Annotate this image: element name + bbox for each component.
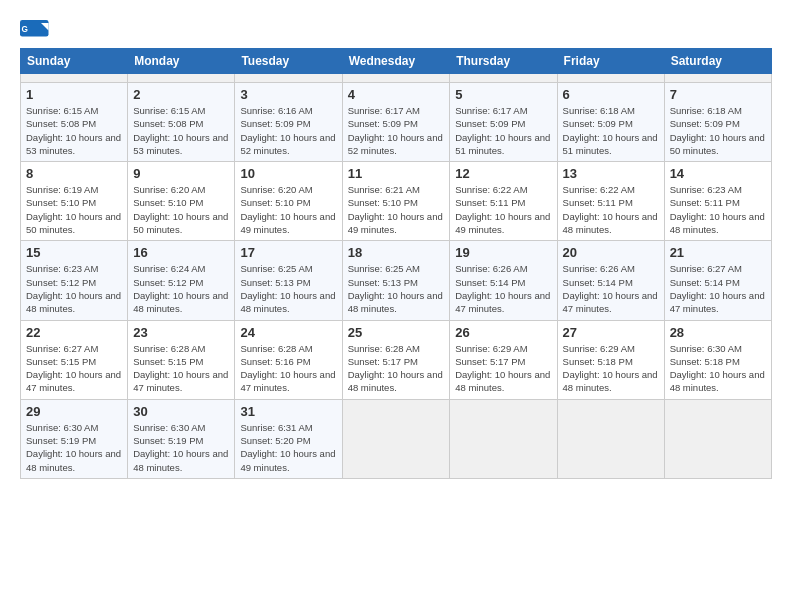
calendar-cell-16: 16Sunrise: 6:24 AMSunset: 5:12 PMDayligh… — [128, 241, 235, 320]
calendar-cell-7: 7Sunrise: 6:18 AMSunset: 5:09 PMDaylight… — [664, 83, 771, 162]
calendar-cell-3: 3Sunrise: 6:16 AMSunset: 5:09 PMDaylight… — [235, 83, 342, 162]
day-info: Sunrise: 6:17 AMSunset: 5:09 PMDaylight:… — [348, 104, 445, 157]
day-info: Sunrise: 6:26 AMSunset: 5:14 PMDaylight:… — [563, 262, 659, 315]
day-info: Sunrise: 6:28 AMSunset: 5:15 PMDaylight:… — [133, 342, 229, 395]
day-number: 8 — [26, 166, 122, 181]
day-number: 3 — [240, 87, 336, 102]
day-number: 5 — [455, 87, 551, 102]
calendar-cell-11: 11Sunrise: 6:21 AMSunset: 5:10 PMDayligh… — [342, 162, 450, 241]
day-number: 26 — [455, 325, 551, 340]
day-number: 6 — [563, 87, 659, 102]
day-number: 16 — [133, 245, 229, 260]
day-info: Sunrise: 6:23 AMSunset: 5:11 PMDaylight:… — [670, 183, 766, 236]
day-number: 27 — [563, 325, 659, 340]
day-info: Sunrise: 6:18 AMSunset: 5:09 PMDaylight:… — [670, 104, 766, 157]
day-number: 17 — [240, 245, 336, 260]
day-header-saturday: Saturday — [664, 49, 771, 74]
calendar-cell-empty — [450, 399, 557, 478]
logo-icon: G — [20, 20, 50, 38]
day-number: 24 — [240, 325, 336, 340]
calendar-cell-31: 31Sunrise: 6:31 AMSunset: 5:20 PMDayligh… — [235, 399, 342, 478]
day-info: Sunrise: 6:22 AMSunset: 5:11 PMDaylight:… — [455, 183, 551, 236]
day-info: Sunrise: 6:25 AMSunset: 5:13 PMDaylight:… — [348, 262, 445, 315]
calendar-cell-10: 10Sunrise: 6:20 AMSunset: 5:10 PMDayligh… — [235, 162, 342, 241]
calendar-cell-17: 17Sunrise: 6:25 AMSunset: 5:13 PMDayligh… — [235, 241, 342, 320]
day-info: Sunrise: 6:17 AMSunset: 5:09 PMDaylight:… — [455, 104, 551, 157]
calendar-cell-20: 20Sunrise: 6:26 AMSunset: 5:14 PMDayligh… — [557, 241, 664, 320]
calendar-cell-4: 4Sunrise: 6:17 AMSunset: 5:09 PMDaylight… — [342, 83, 450, 162]
day-number: 15 — [26, 245, 122, 260]
calendar-cell-23: 23Sunrise: 6:28 AMSunset: 5:15 PMDayligh… — [128, 320, 235, 399]
day-number: 22 — [26, 325, 122, 340]
day-header-friday: Friday — [557, 49, 664, 74]
day-info: Sunrise: 6:24 AMSunset: 5:12 PMDaylight:… — [133, 262, 229, 315]
day-info: Sunrise: 6:26 AMSunset: 5:14 PMDaylight:… — [455, 262, 551, 315]
day-header-wednesday: Wednesday — [342, 49, 450, 74]
day-number: 29 — [26, 404, 122, 419]
calendar-table: SundayMondayTuesdayWednesdayThursdayFrid… — [20, 48, 772, 479]
calendar-week-1: 1Sunrise: 6:15 AMSunset: 5:08 PMDaylight… — [21, 83, 772, 162]
calendar-cell-28: 28Sunrise: 6:30 AMSunset: 5:18 PMDayligh… — [664, 320, 771, 399]
day-number: 4 — [348, 87, 445, 102]
day-info: Sunrise: 6:30 AMSunset: 5:19 PMDaylight:… — [133, 421, 229, 474]
day-info: Sunrise: 6:30 AMSunset: 5:19 PMDaylight:… — [26, 421, 122, 474]
day-number: 14 — [670, 166, 766, 181]
calendar-cell-14: 14Sunrise: 6:23 AMSunset: 5:11 PMDayligh… — [664, 162, 771, 241]
day-header-sunday: Sunday — [21, 49, 128, 74]
day-header-thursday: Thursday — [450, 49, 557, 74]
calendar-week-0 — [21, 74, 772, 83]
calendar-cell-9: 9Sunrise: 6:20 AMSunset: 5:10 PMDaylight… — [128, 162, 235, 241]
day-info: Sunrise: 6:19 AMSunset: 5:10 PMDaylight:… — [26, 183, 122, 236]
day-info: Sunrise: 6:23 AMSunset: 5:12 PMDaylight:… — [26, 262, 122, 315]
calendar-cell-8: 8Sunrise: 6:19 AMSunset: 5:10 PMDaylight… — [21, 162, 128, 241]
calendar-cell-empty — [557, 74, 664, 83]
day-header-monday: Monday — [128, 49, 235, 74]
logo: G — [20, 20, 52, 38]
calendar-cell-2: 2Sunrise: 6:15 AMSunset: 5:08 PMDaylight… — [128, 83, 235, 162]
calendar-cell-24: 24Sunrise: 6:28 AMSunset: 5:16 PMDayligh… — [235, 320, 342, 399]
calendar-cell-empty — [128, 74, 235, 83]
page: G SundayMondayTuesdayWednesdayThursdayFr… — [0, 0, 792, 612]
day-number: 1 — [26, 87, 122, 102]
day-number: 18 — [348, 245, 445, 260]
day-info: Sunrise: 6:31 AMSunset: 5:20 PMDaylight:… — [240, 421, 336, 474]
day-info: Sunrise: 6:15 AMSunset: 5:08 PMDaylight:… — [133, 104, 229, 157]
calendar-cell-empty — [342, 399, 450, 478]
calendar-cell-22: 22Sunrise: 6:27 AMSunset: 5:15 PMDayligh… — [21, 320, 128, 399]
day-info: Sunrise: 6:15 AMSunset: 5:08 PMDaylight:… — [26, 104, 122, 157]
day-info: Sunrise: 6:28 AMSunset: 5:16 PMDaylight:… — [240, 342, 336, 395]
day-number: 7 — [670, 87, 766, 102]
day-info: Sunrise: 6:27 AMSunset: 5:14 PMDaylight:… — [670, 262, 766, 315]
calendar-week-2: 8Sunrise: 6:19 AMSunset: 5:10 PMDaylight… — [21, 162, 772, 241]
day-info: Sunrise: 6:21 AMSunset: 5:10 PMDaylight:… — [348, 183, 445, 236]
day-number: 21 — [670, 245, 766, 260]
calendar-week-3: 15Sunrise: 6:23 AMSunset: 5:12 PMDayligh… — [21, 241, 772, 320]
calendar-cell-21: 21Sunrise: 6:27 AMSunset: 5:14 PMDayligh… — [664, 241, 771, 320]
day-number: 31 — [240, 404, 336, 419]
calendar-cell-empty — [235, 74, 342, 83]
day-info: Sunrise: 6:30 AMSunset: 5:18 PMDaylight:… — [670, 342, 766, 395]
calendar-week-4: 22Sunrise: 6:27 AMSunset: 5:15 PMDayligh… — [21, 320, 772, 399]
day-number: 23 — [133, 325, 229, 340]
calendar-cell-1: 1Sunrise: 6:15 AMSunset: 5:08 PMDaylight… — [21, 83, 128, 162]
day-info: Sunrise: 6:29 AMSunset: 5:17 PMDaylight:… — [455, 342, 551, 395]
calendar-cell-empty — [557, 399, 664, 478]
calendar-cell-empty — [342, 74, 450, 83]
calendar-cell-27: 27Sunrise: 6:29 AMSunset: 5:18 PMDayligh… — [557, 320, 664, 399]
calendar-cell-29: 29Sunrise: 6:30 AMSunset: 5:19 PMDayligh… — [21, 399, 128, 478]
day-info: Sunrise: 6:25 AMSunset: 5:13 PMDaylight:… — [240, 262, 336, 315]
calendar-cell-5: 5Sunrise: 6:17 AMSunset: 5:09 PMDaylight… — [450, 83, 557, 162]
calendar-cell-26: 26Sunrise: 6:29 AMSunset: 5:17 PMDayligh… — [450, 320, 557, 399]
calendar-week-5: 29Sunrise: 6:30 AMSunset: 5:19 PMDayligh… — [21, 399, 772, 478]
calendar-header-row: SundayMondayTuesdayWednesdayThursdayFrid… — [21, 49, 772, 74]
calendar-cell-19: 19Sunrise: 6:26 AMSunset: 5:14 PMDayligh… — [450, 241, 557, 320]
calendar-cell-empty — [664, 74, 771, 83]
day-number: 2 — [133, 87, 229, 102]
day-info: Sunrise: 6:18 AMSunset: 5:09 PMDaylight:… — [563, 104, 659, 157]
day-info: Sunrise: 6:28 AMSunset: 5:17 PMDaylight:… — [348, 342, 445, 395]
calendar-cell-13: 13Sunrise: 6:22 AMSunset: 5:11 PMDayligh… — [557, 162, 664, 241]
svg-text:G: G — [22, 25, 28, 34]
calendar-cell-empty — [21, 74, 128, 83]
day-number: 13 — [563, 166, 659, 181]
calendar-cell-empty — [450, 74, 557, 83]
